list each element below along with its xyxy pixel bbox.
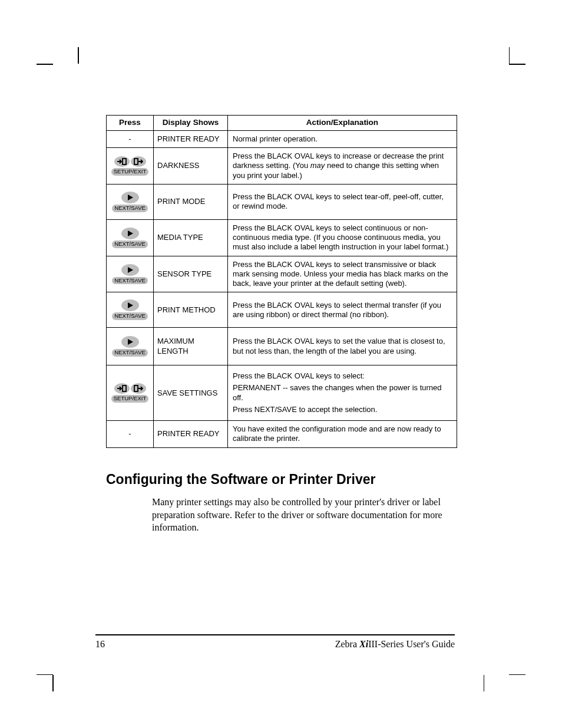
page-number: 16 (95, 639, 105, 650)
play-icon (121, 264, 139, 276)
table-row: - PRINTER READY Normal printer operation… (107, 130, 457, 147)
table-row: SETUP/EXIT SAVE SETTINGS Press the BLACK… (107, 365, 457, 421)
crop-mark (78, 47, 79, 64)
page: Press Display Shows Action/Explanation -… (0, 0, 562, 728)
action-line: Press NEXT/SAVE to accept the selection. (233, 405, 452, 414)
section-body: Many printer settings may also be contro… (152, 496, 457, 534)
configuration-table: Press Display Shows Action/Explanation -… (106, 115, 457, 448)
press-cell: NEXT/SAVE (107, 256, 154, 292)
crop-mark (509, 674, 525, 676)
action-cell: Press the BLACK OVAL keys to increase or… (228, 148, 457, 185)
play-icon (121, 336, 139, 348)
page-footer: 16 Zebra XiIII-Series User's Guide (95, 634, 455, 650)
display-cell: SAVE SETTINGS (154, 365, 228, 421)
display-cell: SENSOR TYPE (154, 256, 228, 292)
display-cell: MAXIMUM LENGTH (154, 328, 228, 365)
press-cell: NEXT/SAVE (107, 219, 154, 256)
next-save-key-icon: NEXT/SAVE (112, 336, 148, 357)
footer-title-post: III-Series User's Guide (368, 639, 455, 649)
action-text-em: may (310, 161, 325, 170)
action-cell: Press the BLACK OVAL keys to select cont… (228, 219, 457, 256)
crop-mark (52, 675, 54, 691)
table-row: NEXT/SAVE SENSOR TYPE Press the BLACK OV… (107, 256, 457, 292)
action-line: PERMANENT -- saves the changes when the … (233, 383, 452, 403)
key-label: NEXT/SAVE (112, 312, 148, 320)
crop-mark (37, 64, 53, 65)
next-save-key-icon: NEXT/SAVE (112, 228, 148, 248)
table-row: NEXT/SAVE PRINT METHOD Press the BLACK O… (107, 292, 457, 328)
header-display: Display Shows (154, 116, 228, 131)
key-label: NEXT/SAVE (112, 349, 148, 357)
display-cell: DARKNESS (154, 148, 228, 185)
content-area: Press Display Shows Action/Explanation -… (106, 115, 457, 534)
next-save-key-icon: NEXT/SAVE (112, 192, 148, 212)
action-cell: Press the BLACK OVAL keys to set the val… (228, 328, 457, 365)
table-row: NEXT/SAVE MAXIMUM LENGTH Press the BLACK… (107, 328, 457, 365)
play-icon (121, 192, 139, 203)
display-cell: PRINT MODE (154, 185, 228, 220)
key-label: NEXT/SAVE (112, 277, 148, 285)
table-row: NEXT/SAVE MEDIA TYPE Press the BLACK OVA… (107, 219, 457, 256)
table-row: NEXT/SAVE PRINT MODE Press the BLACK OVA… (107, 185, 457, 220)
setup-exit-key-icon: SETUP/EXIT (111, 156, 148, 176)
footer-rule (95, 634, 455, 635)
action-cell: You have exited the configuration mode a… (228, 421, 457, 448)
play-icon (121, 228, 139, 239)
svg-rect-0 (123, 159, 126, 164)
action-cell: Press the BLACK OVAL keys to select: PER… (228, 365, 457, 421)
setup-exit-key-icon: SETUP/EXIT (111, 383, 148, 403)
display-cell: PRINTER READY (154, 130, 228, 147)
svg-rect-2 (123, 386, 126, 391)
crop-mark (509, 47, 510, 64)
svg-rect-3 (134, 386, 138, 391)
next-save-key-icon: NEXT/SAVE (112, 264, 148, 285)
arrow-out-icon (131, 156, 146, 167)
arrow-in-icon (114, 383, 130, 394)
press-cell: SETUP/EXIT (107, 365, 154, 421)
crop-mark (484, 675, 485, 691)
arrow-in-icon (114, 156, 130, 167)
action-cell: Normal printer operation. (228, 130, 457, 147)
svg-rect-1 (134, 159, 138, 164)
crop-mark (509, 64, 525, 65)
footer-title-pre: Zebra (335, 639, 359, 649)
table-row: SETUP/EXIT DARKNESS Press the BLACK OVAL… (107, 148, 457, 185)
display-cell: PRINTER READY (154, 421, 228, 448)
press-cell: - (107, 421, 154, 448)
key-label: NEXT/SAVE (112, 205, 148, 212)
arrow-out-icon (131, 383, 146, 394)
press-cell: NEXT/SAVE (107, 185, 154, 220)
next-save-key-icon: NEXT/SAVE (112, 299, 148, 320)
play-icon (121, 299, 139, 311)
header-press: Press (107, 116, 154, 131)
action-cell: Press the BLACK OVAL keys to select tran… (228, 256, 457, 292)
action-cell: Press the BLACK OVAL keys to select tear… (228, 185, 457, 220)
key-label: SETUP/EXIT (111, 395, 148, 403)
footer-title: Zebra XiIII-Series User's Guide (335, 639, 455, 650)
crop-mark (37, 674, 53, 676)
section-heading: Configuring the Software or Printer Driv… (106, 472, 457, 488)
display-cell: PRINT METHOD (154, 292, 228, 328)
press-cell: - (107, 130, 154, 147)
press-cell: NEXT/SAVE (107, 292, 154, 328)
header-action: Action/Explanation (228, 116, 457, 131)
action-line: Press the BLACK OVAL keys to select: (233, 371, 452, 381)
table-row: - PRINTER READY You have exited the conf… (107, 421, 457, 448)
press-cell: SETUP/EXIT (107, 148, 154, 185)
action-cell: Press the BLACK OVAL keys to select ther… (228, 292, 457, 328)
key-label: SETUP/EXIT (111, 168, 148, 176)
display-cell: MEDIA TYPE (154, 219, 228, 256)
footer-title-xi: Xi (359, 639, 368, 649)
table-header-row: Press Display Shows Action/Explanation (107, 116, 457, 131)
key-label: NEXT/SAVE (112, 241, 148, 248)
press-cell: NEXT/SAVE (107, 328, 154, 365)
